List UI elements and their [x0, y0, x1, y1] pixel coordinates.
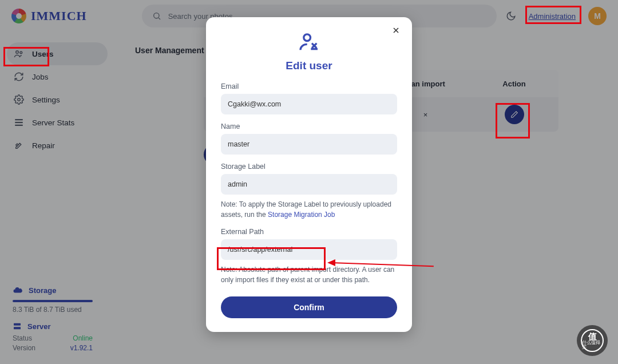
svg-point-12 — [304, 34, 311, 41]
storage-label-label: Storage Label — [221, 163, 397, 171]
name-field[interactable] — [221, 134, 397, 155]
storage-migration-link[interactable]: Storage Migration Job — [268, 211, 335, 219]
close-button[interactable] — [388, 25, 404, 35]
storage-label-note: Note: To apply the Storage Label to prev… — [221, 199, 397, 220]
edit-user-modal: Edit user Email Name Storage Label Note:… — [206, 17, 412, 332]
email-label: Email — [221, 82, 397, 90]
user-edit-icon — [298, 31, 320, 54]
modal-title: Edit user — [286, 60, 332, 72]
external-path-field[interactable] — [221, 239, 397, 260]
confirm-button[interactable]: Confirm — [221, 296, 397, 318]
email-field[interactable] — [221, 94, 397, 114]
watermark: 值 什么值得买 — [577, 325, 608, 356]
external-path-note: Note: Absolute path of parent import dir… — [221, 264, 397, 285]
name-label: Name — [221, 122, 397, 130]
external-path-label: External Path — [221, 228, 397, 236]
storage-label-field[interactable] — [221, 174, 397, 195]
